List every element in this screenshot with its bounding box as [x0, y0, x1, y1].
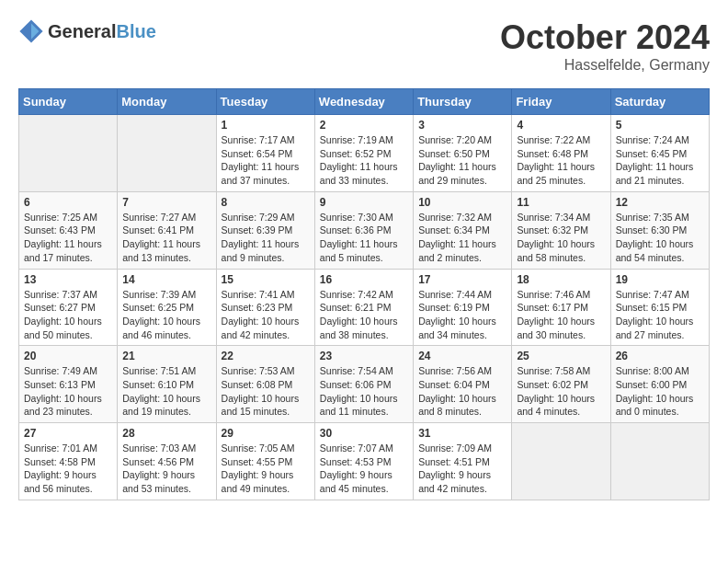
logo-text-general: General	[48, 21, 116, 41]
day-info: Sunrise: 7:03 AM Sunset: 4:56 PM Dayligh…	[122, 442, 210, 496]
day-info: Sunrise: 7:17 AM Sunset: 6:54 PM Dayligh…	[222, 133, 310, 188]
calendar-cell: 7Sunrise: 7:27 AM Sunset: 6:41 PM Daylig…	[118, 191, 216, 269]
calendar-cell	[19, 115, 118, 192]
calendar-cell: 30Sunrise: 7:07 AM Sunset: 4:53 PM Dayli…	[314, 423, 413, 500]
calendar-day-header: Saturday	[610, 89, 709, 115]
calendar-day-header: Friday	[512, 89, 610, 115]
logo-text-blue: Blue	[116, 21, 155, 41]
calendar-cell: 18Sunrise: 7:46 AM Sunset: 6:17 PM Dayli…	[512, 269, 610, 346]
day-info: Sunrise: 7:37 AM Sunset: 6:27 PM Dayligh…	[24, 288, 112, 342]
logo: GeneralBlue	[18, 18, 156, 44]
day-number: 10	[418, 196, 506, 209]
day-info: Sunrise: 7:35 AM Sunset: 6:30 PM Dayligh…	[616, 211, 704, 265]
calendar-week-row: 27Sunrise: 7:01 AM Sunset: 4:58 PM Dayli…	[19, 423, 710, 500]
day-info: Sunrise: 7:51 AM Sunset: 6:10 PM Dayligh…	[122, 364, 210, 419]
calendar-cell: 23Sunrise: 7:54 AM Sunset: 6:06 PM Dayli…	[314, 346, 413, 423]
day-info: Sunrise: 7:49 AM Sunset: 6:13 PM Dayligh…	[24, 364, 112, 419]
day-number: 17	[418, 273, 506, 286]
calendar-cell: 15Sunrise: 7:41 AM Sunset: 6:23 PM Dayli…	[216, 269, 314, 346]
day-info: Sunrise: 7:53 AM Sunset: 6:08 PM Dayligh…	[222, 364, 310, 419]
day-number: 18	[517, 273, 605, 286]
day-number: 22	[222, 350, 310, 362]
calendar-table: SundayMondayTuesdayWednesdayThursdayFrid…	[18, 88, 710, 500]
calendar-cell: 24Sunrise: 7:56 AM Sunset: 6:04 PM Dayli…	[414, 346, 512, 423]
day-info: Sunrise: 7:44 AM Sunset: 6:19 PM Dayligh…	[418, 288, 506, 342]
calendar-cell: 16Sunrise: 7:42 AM Sunset: 6:21 PM Dayli…	[314, 269, 413, 346]
calendar-day-header: Sunday	[19, 89, 118, 115]
calendar-cell: 19Sunrise: 7:47 AM Sunset: 6:15 PM Dayli…	[610, 269, 709, 346]
day-number: 7	[122, 196, 210, 209]
day-number: 14	[122, 273, 210, 286]
day-number: 25	[517, 350, 605, 362]
day-info: Sunrise: 7:22 AM Sunset: 6:48 PM Dayligh…	[517, 133, 605, 188]
calendar-cell: 14Sunrise: 7:39 AM Sunset: 6:25 PM Dayli…	[118, 269, 216, 346]
day-info: Sunrise: 7:58 AM Sunset: 6:02 PM Dayligh…	[517, 364, 605, 419]
calendar-cell: 17Sunrise: 7:44 AM Sunset: 6:19 PM Dayli…	[414, 269, 512, 346]
day-number: 29	[222, 427, 310, 440]
day-number: 9	[320, 196, 408, 209]
calendar-cell: 1Sunrise: 7:17 AM Sunset: 6:54 PM Daylig…	[216, 115, 314, 192]
calendar-cell: 22Sunrise: 7:53 AM Sunset: 6:08 PM Dayli…	[216, 346, 314, 423]
calendar-cell: 11Sunrise: 7:34 AM Sunset: 6:32 PM Dayli…	[512, 191, 610, 269]
calendar-cell: 2Sunrise: 7:19 AM Sunset: 6:52 PM Daylig…	[314, 115, 413, 192]
calendar-cell: 27Sunrise: 7:01 AM Sunset: 4:58 PM Dayli…	[19, 423, 118, 500]
day-number: 5	[616, 119, 704, 132]
day-number: 26	[616, 350, 704, 362]
calendar-cell: 31Sunrise: 7:09 AM Sunset: 4:51 PM Dayli…	[414, 423, 512, 500]
month-title: October 2024	[500, 18, 710, 57]
day-info: Sunrise: 7:29 AM Sunset: 6:39 PM Dayligh…	[222, 211, 310, 265]
calendar-cell: 26Sunrise: 8:00 AM Sunset: 6:00 PM Dayli…	[610, 346, 709, 423]
calendar-day-header: Tuesday	[216, 89, 314, 115]
day-info: Sunrise: 7:41 AM Sunset: 6:23 PM Dayligh…	[222, 288, 310, 342]
location-title: Hasselfelde, Germany	[500, 57, 710, 74]
day-number: 11	[517, 196, 605, 209]
day-info: Sunrise: 7:01 AM Sunset: 4:58 PM Dayligh…	[24, 442, 112, 496]
day-number: 3	[418, 119, 506, 132]
day-number: 23	[320, 350, 408, 362]
day-number: 16	[320, 273, 408, 286]
calendar-cell: 29Sunrise: 7:05 AM Sunset: 4:55 PM Dayli…	[216, 423, 314, 500]
calendar-week-row: 20Sunrise: 7:49 AM Sunset: 6:13 PM Dayli…	[19, 346, 710, 423]
logo-icon	[18, 18, 44, 44]
day-number: 1	[222, 119, 310, 132]
calendar-cell: 10Sunrise: 7:32 AM Sunset: 6:34 PM Dayli…	[414, 191, 512, 269]
day-info: Sunrise: 7:27 AM Sunset: 6:41 PM Dayligh…	[122, 211, 210, 265]
day-info: Sunrise: 7:32 AM Sunset: 6:34 PM Dayligh…	[418, 211, 506, 265]
day-info: Sunrise: 7:46 AM Sunset: 6:17 PM Dayligh…	[517, 288, 605, 342]
day-info: Sunrise: 7:56 AM Sunset: 6:04 PM Dayligh…	[418, 364, 506, 419]
day-number: 12	[616, 196, 704, 209]
calendar-cell: 25Sunrise: 7:58 AM Sunset: 6:02 PM Dayli…	[512, 346, 610, 423]
day-number: 20	[24, 350, 112, 362]
page-header: GeneralBlue October 2024 Hasselfelde, Ge…	[18, 18, 710, 74]
day-number: 21	[122, 350, 210, 362]
day-info: Sunrise: 7:30 AM Sunset: 6:36 PM Dayligh…	[320, 211, 408, 265]
day-number: 31	[418, 427, 506, 440]
calendar-cell: 28Sunrise: 7:03 AM Sunset: 4:56 PM Dayli…	[118, 423, 216, 500]
day-number: 19	[616, 273, 704, 286]
day-number: 15	[222, 273, 310, 286]
calendar-cell	[512, 423, 610, 500]
day-info: Sunrise: 7:07 AM Sunset: 4:53 PM Dayligh…	[320, 442, 408, 496]
calendar-cell: 20Sunrise: 7:49 AM Sunset: 6:13 PM Dayli…	[19, 346, 118, 423]
calendar-week-row: 1Sunrise: 7:17 AM Sunset: 6:54 PM Daylig…	[19, 115, 710, 192]
calendar-header-row: SundayMondayTuesdayWednesdayThursdayFrid…	[19, 89, 710, 115]
day-number: 13	[24, 273, 112, 286]
day-info: Sunrise: 7:20 AM Sunset: 6:50 PM Dayligh…	[418, 133, 506, 188]
day-info: Sunrise: 7:19 AM Sunset: 6:52 PM Dayligh…	[320, 133, 408, 188]
day-info: Sunrise: 7:54 AM Sunset: 6:06 PM Dayligh…	[320, 364, 408, 419]
day-info: Sunrise: 7:09 AM Sunset: 4:51 PM Dayligh…	[418, 442, 506, 496]
calendar-cell: 6Sunrise: 7:25 AM Sunset: 6:43 PM Daylig…	[19, 191, 118, 269]
day-info: Sunrise: 7:24 AM Sunset: 6:45 PM Dayligh…	[616, 133, 704, 188]
calendar-cell: 21Sunrise: 7:51 AM Sunset: 6:10 PM Dayli…	[118, 346, 216, 423]
day-info: Sunrise: 7:42 AM Sunset: 6:21 PM Dayligh…	[320, 288, 408, 342]
day-number: 28	[122, 427, 210, 440]
day-info: Sunrise: 7:47 AM Sunset: 6:15 PM Dayligh…	[616, 288, 704, 342]
calendar-day-header: Thursday	[414, 89, 512, 115]
title-area: October 2024 Hasselfelde, Germany	[500, 18, 710, 74]
day-info: Sunrise: 7:34 AM Sunset: 6:32 PM Dayligh…	[517, 211, 605, 265]
day-info: Sunrise: 7:25 AM Sunset: 6:43 PM Dayligh…	[24, 211, 112, 265]
calendar-cell	[610, 423, 709, 500]
day-number: 4	[517, 119, 605, 132]
day-info: Sunrise: 7:05 AM Sunset: 4:55 PM Dayligh…	[222, 442, 310, 496]
calendar-cell: 8Sunrise: 7:29 AM Sunset: 6:39 PM Daylig…	[216, 191, 314, 269]
